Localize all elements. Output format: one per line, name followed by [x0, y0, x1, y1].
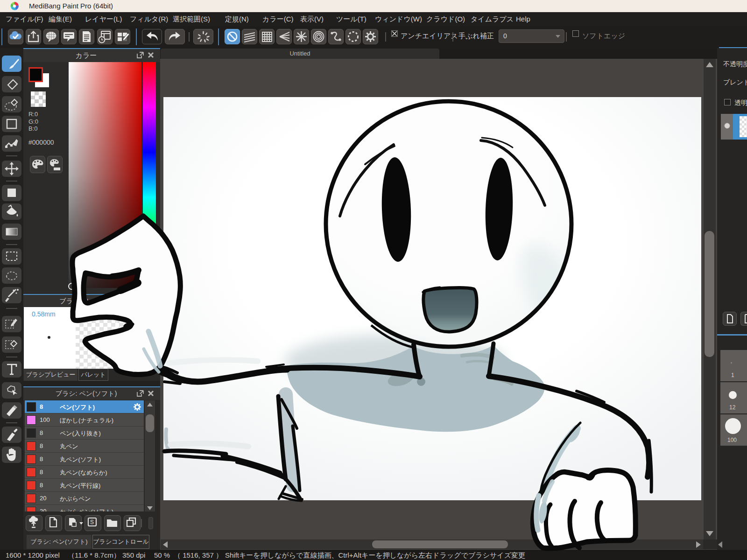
svg-text:S: S [90, 519, 94, 525]
